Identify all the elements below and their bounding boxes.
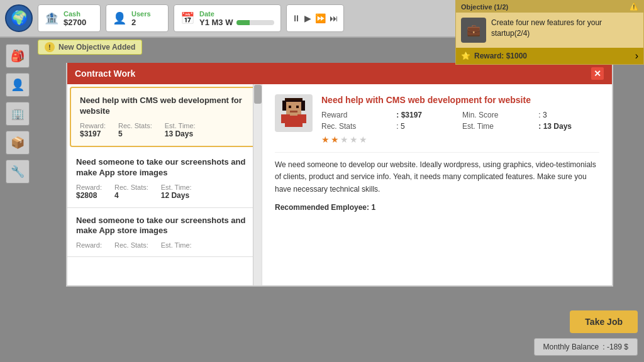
reward-label-2: Reward: [76, 184, 102, 191]
job-title-1: Need help with CMS web development for w… [80, 96, 249, 117]
date-stat: 📅 Date Y1 M3 W [174, 4, 281, 32]
rec-stats-value-1: 5 [118, 129, 152, 138]
reward-label-3: Reward: [76, 241, 102, 249]
objective-title: Objective (1/2) [461, 3, 508, 11]
avatar-sprite [276, 96, 311, 131]
est-time-label-3: Est. Time: [161, 241, 192, 249]
detail-avatar [275, 94, 313, 132]
reward-text: Reward: $1000 [474, 52, 527, 60]
notification-text: New Objective Added [58, 43, 135, 52]
svg-rect-11 [290, 113, 297, 116]
modal-close-button[interactable]: ✕ [591, 67, 604, 80]
fast-forward-button[interactable]: ⏩ [315, 13, 326, 23]
scrollbar-thumb[interactable] [254, 85, 262, 104]
detail-min-score-label: Min. Score [462, 111, 526, 119]
objective-panel: Objective (1/2) ⚠️ 💼 Create four new fea… [455, 0, 644, 65]
modal-title-bar: Contract Work ✕ [67, 63, 612, 84]
detail-est-time-value: : 13 Days [538, 122, 599, 131]
detail-est-time-label: Est. Time [462, 122, 526, 131]
sidebar-item-bag[interactable]: 🎒 [6, 44, 30, 68]
job-item-3[interactable]: Need someone to take our screenshots and… [67, 208, 262, 258]
job-stats-1: Reward: $3197 Rec. Stats: 5 Est. Time: 1… [80, 122, 249, 138]
sidebar-item-person[interactable]: 👤 [6, 73, 30, 97]
star-4: ★ [350, 134, 358, 145]
reward-value-1: $3197 [80, 129, 106, 138]
contract-work-modal: Contract Work ✕ Need help with CMS web d… [66, 63, 613, 287]
svg-rect-7 [290, 111, 297, 112]
objective-reward: ⭐ Reward: $1000 › [456, 48, 643, 64]
reward-value-2: $2808 [76, 191, 102, 200]
detail-reward-value: : $3197 [396, 111, 450, 119]
notification-bar: ! New Objective Added [38, 40, 142, 55]
svg-rect-9 [281, 114, 286, 123]
take-job-button[interactable]: Take Job [570, 310, 638, 333]
rec-stats-value-2: 4 [114, 191, 148, 200]
sidebar-item-tools[interactable]: 🔧 [6, 160, 30, 184]
svg-rect-1 [282, 101, 286, 111]
objective-icon: 💼 [461, 18, 486, 43]
detail-min-score-value: : 3 [538, 111, 599, 119]
users-icon: 👤 [113, 11, 126, 25]
monthly-balance: Monthly Balance : -189 $ [534, 338, 638, 356]
detail-rec-stats-label: Rec. Stats [321, 122, 384, 131]
star-5: ★ [359, 134, 367, 145]
est-time-value-1: 13 Days [165, 129, 196, 138]
detail-meta: Reward : $3197 Min. Score : 3 Rec. Stats… [321, 111, 599, 131]
globe-icon[interactable]: 🌍 [5, 4, 33, 32]
job-stats-2: Reward: $2808 Rec. Stats: 4 Est. Time: 1… [76, 184, 253, 200]
job-item-1[interactable]: Need help with CMS web development for w… [70, 87, 259, 147]
modal-title: Contract Work [75, 69, 135, 79]
cash-icon: 🏦 [45, 11, 58, 25]
objective-next-arrow[interactable]: › [635, 50, 638, 62]
svg-rect-8 [285, 114, 303, 127]
est-time-label-2: Est. Time: [161, 184, 192, 191]
users-stat: 👤 Users 2 [106, 4, 169, 32]
date-progress-bar [236, 20, 274, 25]
skip-button[interactable]: ⏭ [330, 13, 338, 23]
objective-header: Objective (1/2) ⚠️ [456, 1, 643, 13]
svg-rect-10 [301, 114, 306, 123]
rec-stats-label-3: Rec. Stats: [114, 241, 148, 249]
detail-reward-label: Reward [321, 111, 384, 119]
reward-icon: ⭐ [461, 52, 470, 60]
recommended-employees: Recommended Employee: 1 [275, 203, 599, 212]
date-label: Date [199, 10, 274, 18]
job-list: Need help with CMS web development for w… [67, 84, 262, 285]
users-label: Users [131, 10, 151, 18]
monthly-balance-value: : -189 $ [602, 343, 628, 351]
objective-text: Create four new features for your startu… [491, 18, 638, 39]
sidebar: 🎒 👤 🏢 📦 🔧 [0, 38, 35, 362]
warning-icon: ⚠️ [630, 3, 638, 11]
svg-rect-3 [285, 98, 303, 101]
objective-body: 💼 Create four new features for your star… [456, 13, 643, 48]
rec-stats-label-2: Rec. Stats: [114, 184, 148, 191]
date-value: Y1 M3 W [199, 18, 233, 27]
pause-button[interactable]: ⏸ [292, 13, 301, 23]
play-button[interactable]: ▶ [304, 13, 311, 23]
star-2: ★ [331, 134, 339, 145]
rec-stats-label-1: Rec. Stats: [118, 122, 152, 129]
svg-rect-6 [296, 106, 299, 108]
detail-title: Need help with CMS web development for w… [321, 94, 599, 106]
star-rating: ★ ★ ★ ★ ★ [321, 134, 599, 145]
est-time-label-1: Est. Time: [165, 122, 196, 129]
scrollbar-track[interactable] [253, 84, 262, 285]
cash-label: Cash [64, 10, 86, 18]
bottom-right-panel: Take Job Monthly Balance : -189 $ [455, 304, 644, 362]
cash-value: $2700 [64, 18, 86, 27]
date-progress-fill [236, 20, 250, 25]
sidebar-item-package[interactable]: 📦 [6, 131, 30, 155]
main-content: Contract Work ✕ Need help with CMS web d… [35, 38, 644, 362]
modal-body: Need help with CMS web development for w… [67, 84, 612, 285]
svg-rect-2 [301, 101, 305, 111]
playback-controls: ⏸ ▶ ⏩ ⏭ [286, 4, 344, 32]
job-stats-3: Reward: Rec. Stats: Est. Time: [76, 241, 253, 249]
reward-label-1: Reward: [80, 122, 106, 129]
sidebar-item-building[interactable]: 🏢 [6, 102, 30, 126]
calendar-icon: 📅 [180, 11, 194, 25]
users-value: 2 [131, 18, 151, 27]
cash-stat: 🏦 Cash $2700 [38, 4, 101, 32]
job-detail: Need help with CMS web development for w… [262, 84, 612, 285]
job-item-2[interactable]: Need someone to take our screenshots and… [67, 150, 262, 208]
detail-info: Need help with CMS web development for w… [321, 94, 599, 145]
